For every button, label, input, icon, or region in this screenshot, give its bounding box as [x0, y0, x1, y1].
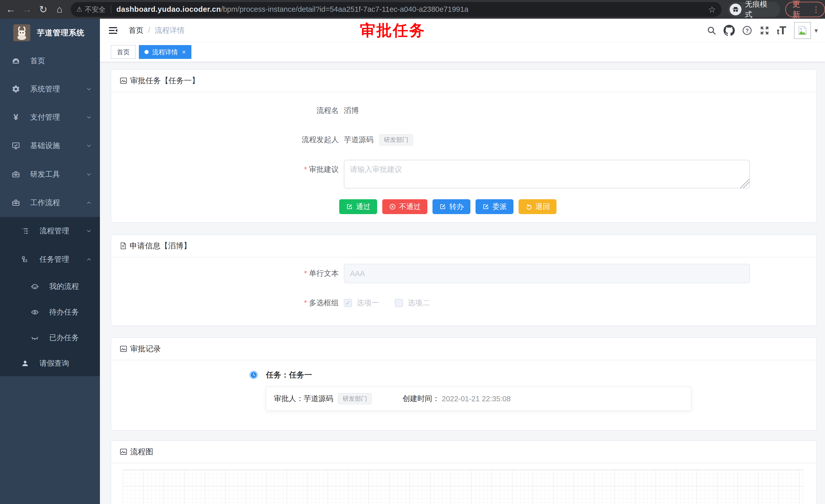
checkbox-label: 选项二 — [407, 298, 430, 308]
department-tag: 研发部门 — [338, 393, 372, 404]
bookmark-star-icon[interactable]: ☆ — [708, 4, 716, 15]
search-icon[interactable] — [706, 26, 717, 35]
red-annotation-text: 审批任务 — [360, 20, 426, 41]
return-button[interactable]: 退回 — [519, 199, 556, 214]
breadcrumb-home[interactable]: 首页 — [129, 25, 144, 35]
app-logo — [13, 24, 30, 41]
sidebar-item-my-process[interactable]: 我的流程 — [0, 274, 100, 300]
sidebar-collapse-icon[interactable] — [108, 26, 118, 35]
address-divider — [111, 5, 111, 14]
tab-label: 流程详情 — [152, 48, 178, 56]
font-size-icon[interactable]: tT — [777, 24, 786, 37]
chevron-down-icon — [86, 171, 92, 178]
checkbox-group-label: 多选框组 — [111, 298, 339, 308]
card-title: 申请信息【滔博】 — [130, 241, 191, 251]
sidebar-item-home[interactable]: 首页 — [0, 47, 100, 75]
avatar-dropdown-caret-icon[interactable]: ▾ — [815, 27, 818, 34]
person-icon — [20, 359, 30, 367]
browser-menu-dots-icon[interactable]: ⋮ — [812, 5, 820, 14]
delegate-button[interactable]: 委派 — [475, 199, 513, 214]
initiator-label: 流程发起人 — [111, 135, 339, 145]
sidebar-item-task-mgmt[interactable]: 任务管理 — [0, 245, 100, 274]
task-title: 任务：任务一 — [266, 370, 312, 380]
font-size-big: T — [779, 24, 786, 36]
browser-update-button[interactable]: 更新 ⋮ — [785, 2, 825, 17]
button-label: 通过 — [356, 202, 371, 212]
button-label: 不通过 — [399, 202, 421, 212]
picture-icon — [120, 77, 128, 85]
chevron-down-icon — [86, 114, 92, 120]
approver-label: 审批人： — [274, 394, 304, 404]
font-size-small: t — [777, 27, 779, 36]
browser-back-icon[interactable]: ← — [3, 4, 19, 15]
sidebar-item-label: 支付管理 — [30, 112, 60, 122]
document-icon — [120, 242, 127, 250]
avatar[interactable] — [794, 22, 811, 39]
sidebar-item-label: 工作流程 — [30, 198, 60, 208]
checkbox-option-2: 选项二 — [395, 298, 430, 308]
browser-forward-icon[interactable]: → — [19, 4, 35, 15]
close-icon[interactable]: × — [182, 48, 186, 56]
app-logo-row[interactable]: 芋道管理系统 — [0, 19, 100, 47]
reject-button[interactable]: 不通过 — [382, 199, 427, 214]
chevron-up-icon — [86, 256, 92, 263]
created-time-value: 2022-01-21 22:35:08 — [442, 395, 511, 403]
circle-x-icon — [389, 203, 396, 210]
sidebar-item-workflow[interactable]: 工作流程 — [0, 189, 100, 217]
approver-card: 审批人： 芋道源码 研发部门 创建时间： 2022-01-21 22:35:08 — [266, 387, 691, 411]
tags-view-bar: 首页 流程详情 × — [100, 42, 825, 62]
github-icon[interactable] — [724, 25, 735, 36]
list-tree-icon — [20, 227, 30, 235]
sidebar-item-leave-query[interactable]: 请假查询 — [0, 351, 100, 376]
face-icon — [30, 282, 40, 291]
toolbox-icon — [11, 198, 21, 207]
tab-process-detail[interactable]: 流程详情 × — [139, 45, 192, 59]
undo-icon — [525, 203, 532, 210]
dashboard-icon — [11, 57, 21, 65]
browser-home-icon[interactable]: ⌂ — [52, 4, 68, 15]
sidebar-item-label: 待办任务 — [49, 307, 79, 317]
sidebar-item-system[interactable]: 系统管理 — [0, 75, 100, 103]
approve-button[interactable]: 通过 — [339, 199, 377, 214]
comment-textarea[interactable] — [344, 160, 750, 188]
sidebar-item-label: 已办任务 — [49, 333, 79, 343]
sidebar-item-payment[interactable]: ¥ 支付管理 — [0, 103, 100, 132]
card-title: 审批任务【任务一】 — [130, 76, 199, 86]
help-icon[interactable]: ? — [742, 25, 752, 35]
process-name-label: 流程名 — [111, 105, 339, 116]
sidebar-item-done-tasks[interactable]: 已办任务 — [0, 325, 100, 351]
sidebar-item-label: 任务管理 — [40, 254, 69, 264]
incognito-label: 无痕模式 — [745, 0, 774, 20]
fullscreen-icon[interactable] — [759, 25, 770, 35]
timeline-clock-icon — [249, 371, 258, 379]
checkbox-checked-icon: ✓ — [344, 299, 352, 307]
button-label: 委派 — [493, 202, 507, 212]
diagram-card-header: 流程图 — [111, 441, 816, 463]
department-tag: 研发部门 — [379, 134, 413, 146]
incognito-icon — [730, 4, 742, 15]
browser-reload-icon[interactable]: ↻ — [35, 4, 52, 15]
transfer-button[interactable]: 转办 — [433, 199, 470, 214]
comment-label: 审批建议 — [111, 160, 339, 175]
address-bar[interactable]: ⚠ 不安全 dashboard.yudao.iocoder.cn /bpm/pr… — [71, 2, 722, 17]
checkbox-unchecked-icon — [395, 299, 403, 307]
sidebar-item-infrastructure[interactable]: 基础设施 — [0, 132, 100, 160]
card-title: 审批记录 — [130, 344, 161, 354]
sidebar-item-process-mgmt[interactable]: 流程管理 — [0, 217, 100, 245]
record-card-header: 审批记录 — [111, 338, 816, 360]
sidebar-item-todo-tasks[interactable]: 待办任务 — [0, 300, 100, 325]
edit-icon — [439, 203, 446, 210]
process-name-value: 滔博 — [344, 105, 359, 116]
sidebar-item-dev-tools[interactable]: 研发工具 — [0, 160, 100, 189]
not-secure-label[interactable]: 不安全 — [85, 5, 105, 14]
checkbox-group: ✓ 选项一 选项二 — [344, 298, 430, 308]
svg-text:?: ? — [745, 27, 749, 34]
bpmn-diagram-canvas[interactable] — [123, 470, 804, 504]
eye-open-icon — [30, 308, 40, 316]
org-node-icon — [20, 255, 30, 263]
sidebar-item-label: 我的流程 — [49, 281, 79, 292]
monitor-icon — [11, 141, 21, 150]
tab-home[interactable]: 首页 — [111, 45, 136, 59]
incognito-badge: 无痕模式 — [728, 2, 780, 17]
timeline-task-row: 任务：任务一 — [111, 370, 816, 380]
